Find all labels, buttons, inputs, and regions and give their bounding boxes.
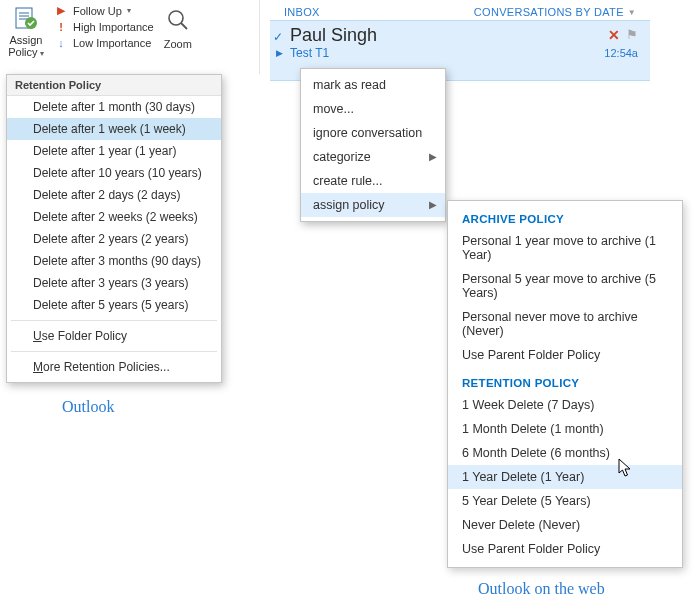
high-importance-button[interactable]: ! High Importance xyxy=(54,21,154,33)
caption-outlook: Outlook xyxy=(62,398,114,416)
retention-option[interactable]: Delete after 10 years (10 years) xyxy=(7,162,221,184)
outlook-desktop-panel: Assign Policy ▾ ▶ Follow Up ▾ ! High Imp… xyxy=(0,0,260,74)
retention-option[interactable]: 1 Week Delete (7 Days) xyxy=(448,393,682,417)
archive-policy-header: ARCHIVE POLICY xyxy=(448,209,682,229)
retention-option[interactable]: Delete after 1 month (30 days) xyxy=(7,96,221,118)
low-importance-icon: ↓ xyxy=(54,37,68,49)
menu-separator xyxy=(11,351,217,352)
retention-option[interactable]: Delete after 2 days (2 days) xyxy=(7,184,221,206)
retention-option[interactable]: 5 Year Delete (5 Years) xyxy=(448,489,682,513)
archive-option[interactable]: Personal 5 year move to archive (5 Years… xyxy=(448,267,682,305)
low-importance-label: Low Importance xyxy=(73,37,151,49)
retention-option[interactable]: 6 Month Delete (6 months) xyxy=(448,441,682,465)
follow-up-button[interactable]: ▶ Follow Up ▾ xyxy=(54,4,154,17)
delete-icon[interactable]: ✕ xyxy=(608,27,620,43)
retention-option[interactable]: Delete after 2 weeks (2 weeks) xyxy=(7,206,221,228)
caption-outlook-web: Outlook on the web xyxy=(478,580,605,596)
chevron-right-icon: ▶ xyxy=(429,199,437,210)
expand-icon[interactable]: ▶ xyxy=(276,48,283,58)
ribbon: Assign Policy ▾ ▶ Follow Up ▾ ! High Imp… xyxy=(0,0,260,74)
retention-option[interactable]: 1 Year Delete (1 Year) xyxy=(448,465,682,489)
retention-option[interactable]: 1 Month Delete (1 month) xyxy=(448,417,682,441)
zoom-icon xyxy=(164,6,192,34)
ctx-mark-as-read[interactable]: mark as read xyxy=(301,73,445,97)
mail-from: Paul Singh xyxy=(290,25,640,46)
ctx-assign-policy-label: assign policy xyxy=(313,198,385,212)
retention-policy-header: Retention Policy xyxy=(7,75,221,96)
mail-list-header: INBOX CONVERSATIONS BY DATE ▼ xyxy=(270,0,650,20)
flag-icon: ▶ xyxy=(54,4,68,17)
retention-option[interactable]: Delete after 3 years (3 years) xyxy=(7,272,221,294)
retention-policy-header: RETENTION POLICY xyxy=(448,373,682,393)
assign-policy-button[interactable]: Assign Policy ▾ xyxy=(4,2,48,62)
ctx-categorize-label: categorize xyxy=(313,150,371,164)
retention-option[interactable]: Use Parent Folder Policy xyxy=(448,537,682,561)
archive-option[interactable]: Use Parent Folder Policy xyxy=(448,343,682,367)
retention-policy-menu: Retention Policy Delete after 1 month (3… xyxy=(6,74,222,383)
low-importance-button[interactable]: ↓ Low Importance xyxy=(54,37,154,49)
mail-time: 12:54a xyxy=(604,47,638,59)
high-importance-label: High Importance xyxy=(73,21,154,33)
retention-option[interactable]: Never Delete (Never) xyxy=(448,513,682,537)
ctx-ignore-conversation[interactable]: ignore conversation xyxy=(301,121,445,145)
zoom-button[interactable]: Zoom xyxy=(164,2,192,50)
policy-submenu: ARCHIVE POLICY Personal 1 year move to a… xyxy=(447,200,683,568)
check-icon: ✓ xyxy=(273,30,283,44)
ctx-move[interactable]: move... xyxy=(301,97,445,121)
tags-group: ▶ Follow Up ▾ ! High Importance ↓ Low Im… xyxy=(54,2,154,49)
sort-label: CONVERSATIONS BY DATE xyxy=(474,6,624,18)
archive-option[interactable]: Personal never move to archive (Never) xyxy=(448,305,682,343)
more-retention-policies[interactable]: More Retention Policies... xyxy=(7,356,221,378)
retention-option[interactable]: Delete after 3 months (90 days) xyxy=(7,250,221,272)
retention-option[interactable]: Delete after 1 week (1 week) xyxy=(7,118,221,140)
mail-context-menu: mark as read move... ignore conversation… xyxy=(300,68,446,222)
svg-line-6 xyxy=(181,23,187,29)
assign-policy-label: Assign Policy ▾ xyxy=(8,34,44,60)
ctx-assign-policy[interactable]: assign policy ▶ xyxy=(301,193,445,217)
retention-option[interactable]: Delete after 1 year (1 year) xyxy=(7,140,221,162)
mail-subject: Test T1 xyxy=(290,46,640,60)
chevron-down-icon: ▼ xyxy=(628,8,636,17)
flag-icon[interactable]: ⚑ xyxy=(626,27,638,42)
ctx-create-rule[interactable]: create rule... xyxy=(301,169,445,193)
inbox-label: INBOX xyxy=(284,6,320,18)
follow-up-label: Follow Up xyxy=(73,5,122,17)
use-folder-policy[interactable]: Use Folder Policy xyxy=(7,325,221,347)
chevron-right-icon: ▶ xyxy=(429,151,437,162)
high-importance-icon: ! xyxy=(54,21,68,33)
menu-separator xyxy=(11,320,217,321)
retention-option[interactable]: Delete after 5 years (5 years) xyxy=(7,294,221,316)
sort-conversations-button[interactable]: CONVERSATIONS BY DATE ▼ xyxy=(474,6,636,18)
svg-point-5 xyxy=(169,11,183,25)
archive-option[interactable]: Personal 1 year move to archive (1 Year) xyxy=(448,229,682,267)
zoom-label: Zoom xyxy=(164,38,192,50)
ctx-categorize[interactable]: categorize ▶ xyxy=(301,145,445,169)
retention-option[interactable]: Delete after 2 years (2 years) xyxy=(7,228,221,250)
assign-policy-icon xyxy=(11,4,41,32)
